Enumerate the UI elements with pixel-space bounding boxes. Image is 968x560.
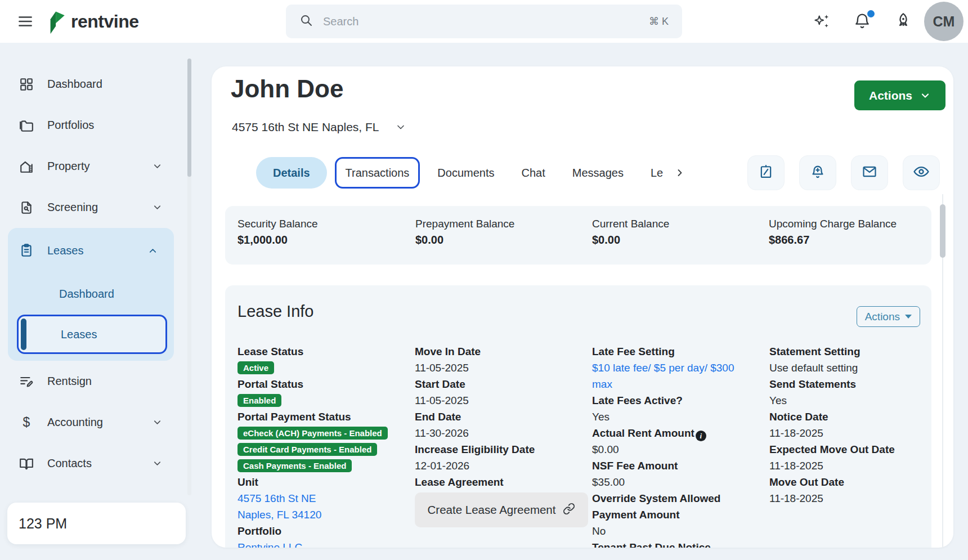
tabs-scroll-right-icon[interactable] bbox=[674, 167, 685, 178]
add-notification-button[interactable] bbox=[799, 155, 836, 190]
field-value: 11-18-2025 bbox=[769, 490, 919, 507]
main-scrollbar[interactable] bbox=[940, 194, 945, 548]
tab-transactions[interactable]: Transactions bbox=[335, 157, 420, 189]
sidebar-item-contacts[interactable]: Contacts bbox=[0, 443, 194, 484]
active-indicator bbox=[21, 319, 26, 350]
balance-value: $1,000.00 bbox=[237, 234, 415, 247]
sidebar-item-label: Rentsign bbox=[47, 375, 163, 388]
top-bar: rentvine ⌘ K bbox=[0, 0, 968, 43]
field-value: $35.00 bbox=[592, 474, 769, 490]
field-label: Send Statements bbox=[769, 376, 919, 392]
rentvine-logo[interactable]: rentvine bbox=[45, 6, 138, 37]
sidebar-item-label: Portfolios bbox=[47, 119, 163, 132]
rocket-icon[interactable] bbox=[894, 12, 913, 31]
property-building-icon bbox=[18, 159, 35, 174]
clipboard-icon bbox=[18, 243, 35, 258]
field-label: Tenant Past Due Notice bbox=[592, 539, 744, 548]
balance-label: Security Balance bbox=[237, 218, 415, 230]
field-label: Late Fee Setting bbox=[592, 343, 744, 360]
lease-col-dates: Move In Date 11-05-2025 Start Date 11-05… bbox=[415, 343, 592, 548]
watch-button[interactable] bbox=[903, 155, 940, 190]
sidebar-subitem-dashboard[interactable]: Dashboard bbox=[8, 273, 174, 315]
lease-info-title: Lease Info bbox=[237, 302, 313, 321]
search-icon bbox=[299, 14, 313, 29]
field-label: Unit bbox=[237, 474, 415, 490]
field-label: Start Date bbox=[415, 376, 592, 392]
sidebar-item-rentsign[interactable]: Rentsign bbox=[0, 361, 194, 402]
balance-value: $0.00 bbox=[415, 234, 592, 247]
unit-address-link[interactable]: Naples, FL 34120 bbox=[237, 507, 415, 523]
field-label: Move Out Date bbox=[769, 474, 919, 490]
sidebar-item-label: Accounting bbox=[47, 416, 152, 429]
field-label: Portal Status bbox=[237, 376, 415, 392]
global-search[interactable]: ⌘ K bbox=[286, 5, 682, 38]
tab-documents[interactable]: Documents bbox=[428, 157, 504, 189]
balance-value: $0.00 bbox=[592, 234, 769, 247]
unit-address-link[interactable]: 4575 16th St NE bbox=[237, 490, 415, 507]
field-label: Portal Payment Status bbox=[237, 409, 415, 425]
sidebar-subitem-label: Dashboard bbox=[59, 288, 114, 301]
time-display: 123 PM bbox=[7, 503, 186, 544]
notifications-bell-icon[interactable] bbox=[853, 12, 872, 31]
property-address: 4575 16th St NE Naples, FL bbox=[232, 120, 379, 134]
page-actions-button[interactable]: Actions bbox=[854, 80, 945, 110]
hamburger-menu-icon[interactable] bbox=[17, 13, 34, 30]
sidebar-scrollbar-thumb[interactable] bbox=[187, 59, 191, 177]
field-label: End Date bbox=[415, 409, 592, 425]
sidebar-item-accounting[interactable]: $ Accounting bbox=[0, 402, 194, 443]
sidebar-item-label: Dashboard bbox=[47, 78, 163, 91]
tab-messages[interactable]: Messages bbox=[563, 157, 633, 189]
link-icon bbox=[563, 503, 575, 518]
tab-details[interactable]: Details bbox=[256, 157, 327, 189]
lease-info-grid: Lease Status Active Portal Status Enable… bbox=[237, 343, 919, 548]
page-title: John Doe bbox=[231, 73, 343, 105]
sidebar-item-property[interactable]: Property bbox=[0, 146, 194, 187]
chevron-down-icon bbox=[152, 202, 163, 213]
property-address-selector[interactable]: 4575 16th St NE Naples, FL bbox=[232, 120, 406, 134]
field-label: Move In Date bbox=[415, 343, 592, 360]
sidebar-item-screening[interactable]: Screening bbox=[0, 187, 194, 228]
sidebar-item-label: Leases bbox=[47, 244, 147, 257]
chevron-down-icon bbox=[152, 458, 163, 469]
send-email-button[interactable] bbox=[851, 155, 888, 190]
lease-tabs: Details Transactions Documents Chat Mess… bbox=[256, 155, 685, 190]
user-avatar[interactable]: CM bbox=[924, 2, 963, 41]
tab-truncated[interactable]: Le bbox=[641, 157, 665, 189]
tab-chat[interactable]: Chat bbox=[512, 157, 555, 189]
note-compose-button[interactable] bbox=[747, 155, 785, 190]
sidebar: Dashboard Portfolios Property bbox=[0, 43, 194, 560]
main-scrollbar-thumb[interactable] bbox=[940, 204, 945, 258]
ai-sparkles-icon[interactable] bbox=[812, 12, 831, 31]
sidebar-item-leases[interactable]: Leases bbox=[8, 228, 174, 273]
field-value: Yes bbox=[769, 392, 919, 409]
mail-icon bbox=[862, 164, 877, 182]
lease-info-panel: Lease Info Actions Lease Status Active P… bbox=[225, 285, 931, 548]
field-label: Portfolio bbox=[237, 523, 415, 539]
rentvine-logo-icon bbox=[45, 6, 68, 37]
balance-item: Security Balance $1,000.00 bbox=[237, 218, 415, 253]
note-compose-icon bbox=[758, 164, 774, 182]
lease-actions-label: Actions bbox=[865, 311, 900, 323]
status-badge: Active bbox=[237, 361, 274, 374]
lease-actions-button[interactable]: Actions bbox=[857, 306, 920, 327]
lease-detail-card: John Doe 4575 16th St NE Naples, FL Acti… bbox=[212, 66, 953, 548]
sidebar-item-dashboard[interactable]: Dashboard bbox=[0, 64, 194, 105]
portfolio-link[interactable]: Rentvine LLC bbox=[237, 539, 415, 548]
app-root: rentvine ⌘ K bbox=[0, 0, 968, 560]
time-text: 123 PM bbox=[19, 516, 67, 532]
bell-plus-icon bbox=[810, 164, 826, 182]
sidebar-subitem-leases[interactable]: Leases bbox=[17, 315, 167, 354]
field-value: 11-05-2025 bbox=[415, 392, 592, 409]
sidebar-item-portfolios[interactable]: Portfolios bbox=[0, 105, 194, 146]
create-lease-agreement-button[interactable]: Create Lease Agreement bbox=[415, 492, 588, 527]
info-icon[interactable]: i bbox=[696, 431, 706, 441]
field-value: $0.00 bbox=[592, 441, 769, 458]
lease-col-fees: Late Fee Setting $10 late fee/ $5 per da… bbox=[592, 343, 769, 548]
caret-down-icon bbox=[905, 315, 912, 319]
sidebar-scrollbar[interactable] bbox=[187, 59, 191, 495]
sidebar-group-leases: Leases Dashboard Leases bbox=[8, 228, 174, 361]
late-fee-setting-link[interactable]: $10 late fee/ $5 per day/ $300 max bbox=[592, 360, 755, 392]
search-input[interactable] bbox=[322, 15, 640, 29]
signature-icon bbox=[18, 374, 35, 389]
chevron-down-icon bbox=[152, 161, 163, 172]
